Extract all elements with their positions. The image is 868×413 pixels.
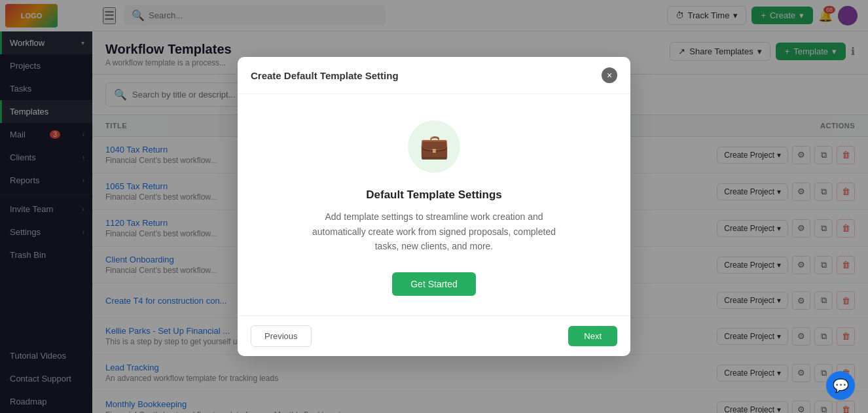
get-started-button[interactable]: Get Started <box>392 272 476 296</box>
modal-overlay[interactable]: Create Default Template Setting × 💼 Defa… <box>0 0 868 413</box>
modal-close-button[interactable]: × <box>602 67 617 83</box>
modal-title: Create Default Template Setting <box>251 70 399 81</box>
create-template-modal: Create Default Template Setting × 💼 Defa… <box>238 57 630 355</box>
chat-icon: 💬 <box>833 378 849 393</box>
modal-icon: 💼 <box>408 120 460 173</box>
modal-body-text: Add template settings to streamline work… <box>303 209 565 253</box>
modal-body-title: Default Template Settings <box>366 189 502 202</box>
previous-button[interactable]: Previous <box>251 325 312 347</box>
modal-body: 💼 Default Template Settings Add template… <box>238 94 630 315</box>
next-button[interactable]: Next <box>568 326 617 346</box>
modal-footer: Previous Next <box>238 315 630 356</box>
chat-bubble[interactable]: 💬 <box>826 371 855 400</box>
modal-header: Create Default Template Setting × <box>238 57 630 94</box>
